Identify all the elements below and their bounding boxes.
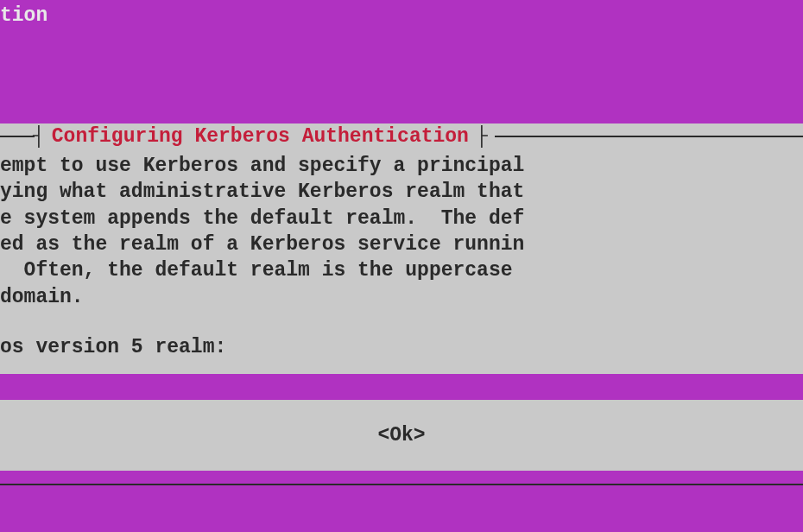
config-dialog: ┤ Configuring Kerberos Authentication ├ … [0, 124, 803, 471]
title-pipe-left: ┤ [33, 125, 45, 148]
dialog-title: Configuring Kerberos Authentication [45, 125, 476, 148]
terminal-title-fragment: tion [0, 4, 47, 27]
title-border-right [495, 136, 803, 137]
ok-button[interactable]: <Ok> [377, 424, 425, 446]
dialog-prompt: os version 5 realm: [0, 324, 803, 374]
title-border-left [0, 136, 35, 137]
dialog-title-row: ┤ Configuring Kerberos Authentication ├ [0, 124, 803, 149]
realm-input[interactable] [0, 374, 803, 400]
button-row: <Ok> [0, 400, 803, 471]
dialog-bottom-border [0, 484, 803, 485]
dialog-body-text: empt to use Kerberos and specify a princ… [0, 149, 803, 324]
title-pipe-right: ├ [476, 125, 488, 148]
